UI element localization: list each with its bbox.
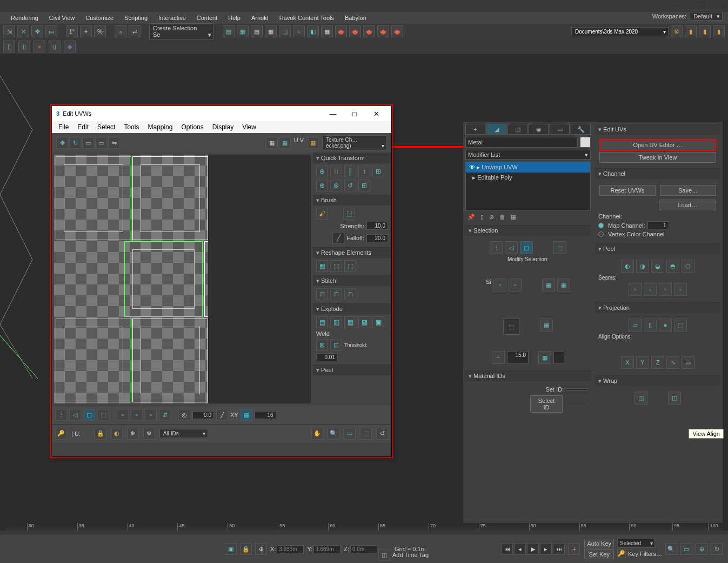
uvw-menu-edit[interactable]: Edit [73, 123, 93, 131]
peel-header[interactable]: Peel [595, 244, 720, 254]
map-channel-radio[interactable] [598, 223, 604, 228]
brush-icon[interactable]: ╱ [216, 409, 228, 421]
add-time-tag[interactable]: Add Time Tag [392, 552, 429, 558]
stack-unwrap-uvw[interactable]: 👁 ▸ Unwrap UVW [466, 162, 590, 173]
selmode-icon[interactable]: ▫ [117, 409, 129, 421]
motion-tab-icon[interactable]: ◉ [529, 124, 549, 135]
zoom-ext-icon[interactable]: ▭ [344, 428, 356, 440]
move-icon[interactable]: ✥ [31, 25, 43, 37]
angle-icon[interactable]: ⌐ [492, 351, 505, 364]
uvw-close-button[interactable]: ✕ [365, 110, 387, 118]
threshold-spinner[interactable]: 0.01 [316, 353, 338, 361]
grid-toggle-icon[interactable]: ▦ [241, 409, 252, 421]
curve-editor-icon[interactable]: ◫ [279, 25, 291, 37]
x-input[interactable] [277, 545, 304, 553]
grid-spinner[interactable]: 16 [255, 411, 276, 419]
play-icon[interactable]: ▶ [527, 543, 539, 555]
qt-icon[interactable]: ⊛ [330, 180, 342, 191]
zoom-icon[interactable]: 🔍 [328, 428, 339, 440]
reshape-icon[interactable]: ⬚ [344, 260, 356, 272]
seam-icon[interactable]: ▫ [644, 283, 657, 296]
selection-set-dropdown[interactable]: Create Selection Se [149, 23, 214, 39]
schematic-icon[interactable]: ◧ [307, 25, 319, 37]
qt-icon[interactable]: ║ [344, 165, 356, 177]
ring-icon[interactable]: ▦ [542, 279, 555, 292]
falloff-curve-icon[interactable]: ╱ [332, 232, 344, 244]
menu-havok[interactable]: Havok Content Tools [274, 15, 339, 21]
paint-icon[interactable]: 🖌 [316, 208, 328, 220]
peel-icon[interactable]: ◐ [621, 260, 634, 273]
reshape-header[interactable]: Reshape Elements [313, 248, 391, 258]
sel-id-spinner[interactable] [553, 351, 564, 364]
axis-icon[interactable]: ⬦ [115, 25, 126, 37]
weld-icon[interactable]: ⊠ [316, 339, 328, 351]
selmode-icon[interactable]: ⇵ [159, 409, 171, 421]
maximize-button[interactable]: ❐ [697, 1, 705, 11]
menu-customize[interactable]: Customize [80, 15, 119, 21]
align-icon[interactable]: ▤ [223, 25, 235, 37]
percent-icon[interactable]: % [94, 25, 106, 37]
seam-icon[interactable]: ▫ [674, 283, 687, 296]
peel-icon[interactable]: ◑ [636, 260, 649, 273]
menu-rendering[interactable]: Rendering [5, 15, 44, 21]
element-mode-icon[interactable]: ⬚ [97, 409, 109, 421]
timeline[interactable]: 30 35 40 45 50 55 60 65 70 75 80 85 90 9… [5, 519, 723, 535]
sel-id-icon[interactable]: ▦ [538, 351, 551, 364]
tool-b-icon[interactable]: ▯ [18, 41, 30, 52]
key-mode-icon[interactable]: + [568, 543, 580, 555]
uvw-texture-icon[interactable]: ▦ [307, 137, 319, 149]
snap-icon[interactable]: ⌖ [80, 25, 92, 37]
layer1-icon[interactable]: ▮ [685, 25, 697, 37]
align-view-icon[interactable]: ▭ [682, 356, 694, 369]
stitch-icon[interactable]: ⊓ [344, 288, 356, 300]
goto-end-icon[interactable]: ⏭ [553, 543, 565, 555]
tool-d-icon[interactable]: ▯ [49, 41, 61, 52]
material-icon[interactable]: ▦ [321, 25, 333, 37]
edit-uvs-header[interactable]: Edit UVs [595, 124, 720, 135]
minimize-button[interactable]: — [672, 1, 681, 10]
tweak-in-view-button[interactable]: Tweak In View [599, 152, 716, 163]
uvw-grid-icon[interactable]: ▦ [266, 137, 278, 149]
render-frame-icon[interactable]: 🫖 [349, 25, 361, 37]
unlink-icon[interactable]: ⤫ [17, 25, 29, 37]
uvw-menu-options[interactable]: Options [177, 123, 208, 131]
explode-icon[interactable]: ▥ [330, 316, 342, 328]
isolate-icon[interactable]: ▣ [225, 543, 237, 555]
wrap-icon[interactable]: ◫ [668, 392, 681, 405]
explode-icon[interactable]: ▣ [372, 316, 384, 328]
uvw-menu-view[interactable]: View [238, 123, 261, 131]
pin-icon[interactable]: 📌 [467, 214, 475, 221]
modifier-list-dropdown[interactable]: Modifier List [465, 150, 591, 160]
menu-content[interactable]: Content [191, 15, 223, 21]
menu-civilview[interactable]: Civil View [44, 15, 80, 21]
peel-icon[interactable]: ◒ [651, 260, 664, 273]
stitch-icon[interactable]: ⊓ [316, 288, 328, 300]
grow-icon[interactable]: ▫ [493, 279, 506, 292]
strength-spinner[interactable]: 10.0 [366, 222, 388, 230]
create-tab-icon[interactable]: + [465, 124, 485, 135]
render-prod-icon[interactable]: 🫖 [391, 25, 403, 37]
next-frame-icon[interactable]: ▸ [540, 543, 552, 555]
render-icon[interactable]: 🫖 [363, 25, 375, 37]
element-icon[interactable]: ⬚ [553, 241, 566, 254]
peel-icon[interactable]: ⬠ [682, 260, 694, 273]
projection-header[interactable]: Projection [595, 303, 720, 313]
loop-icon[interactable]: ▦ [557, 279, 570, 292]
qt-icon[interactable]: ↺ [344, 180, 356, 191]
key-filter-dropdown[interactable]: Selected [617, 539, 655, 548]
uvw-menu-file[interactable]: File [54, 123, 73, 131]
peel-icon[interactable]: ◓ [666, 260, 679, 273]
z-input[interactable] [350, 545, 377, 553]
align-z-button[interactable]: Z [651, 356, 664, 369]
nav-icon[interactable]: ↻ [711, 543, 723, 555]
object-name-input[interactable] [465, 137, 578, 148]
explode-icon[interactable]: ▤ [316, 316, 328, 328]
explode-icon[interactable]: ▩ [358, 316, 370, 328]
uvw-menu-select[interactable]: Select [93, 123, 119, 131]
render-setup-icon[interactable]: 🫖 [335, 25, 347, 37]
uvw-canvas[interactable] [54, 155, 311, 403]
close-button[interactable]: ✕ [721, 1, 728, 11]
key-icon[interactable]: 🔑 [55, 428, 67, 440]
display-tab-icon[interactable]: ▭ [550, 124, 570, 135]
relax-icon[interactable]: ⬚ [343, 208, 355, 220]
